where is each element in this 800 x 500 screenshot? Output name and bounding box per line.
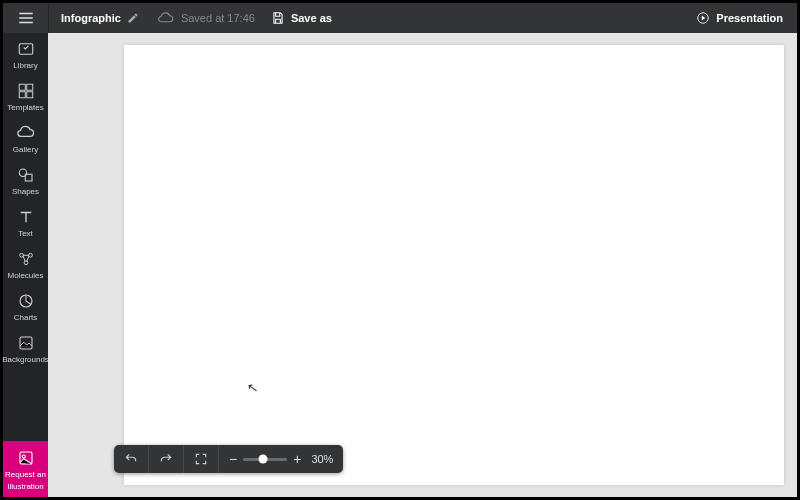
save-status: Saved at 17:46: [157, 11, 255, 25]
hamburger-icon: [17, 9, 35, 27]
templates-icon: [16, 82, 36, 100]
zoom-out-button[interactable]: −: [229, 451, 237, 467]
sidebar-item-label: Library: [13, 61, 37, 70]
molecules-icon: [16, 250, 36, 268]
redo-icon: [159, 452, 173, 466]
save-as-button[interactable]: Save as: [271, 11, 332, 25]
cursor-icon: ↖: [246, 379, 259, 396]
zoom-slider-handle[interactable]: [259, 455, 268, 464]
presentation-button[interactable]: Presentation: [696, 11, 783, 25]
redo-button[interactable]: [149, 445, 184, 473]
play-icon: [696, 11, 710, 25]
sidebar: Library Templates Gallery Shapes Text Mo…: [3, 33, 48, 497]
request-icon: [16, 449, 36, 467]
menu-button[interactable]: [3, 3, 49, 33]
library-icon: [16, 40, 36, 58]
svg-rect-2: [19, 84, 25, 90]
undo-button[interactable]: [114, 445, 149, 473]
cloud-icon: [157, 11, 175, 25]
workspace[interactable]: ↖ − + 30%: [48, 33, 797, 497]
undo-icon: [124, 452, 138, 466]
sidebar-item-library[interactable]: Library: [3, 33, 48, 75]
sidebar-item-label: Molecules: [7, 271, 43, 280]
save-as-label: Save as: [291, 12, 332, 24]
document-type[interactable]: Infographic: [61, 12, 139, 24]
pencil-icon: [127, 12, 139, 24]
fullscreen-icon: [194, 452, 208, 466]
charts-icon: [16, 292, 36, 310]
request-illustration-button[interactable]: Request an Illustration: [3, 441, 48, 497]
sidebar-item-label: Gallery: [13, 145, 38, 154]
gallery-icon: [16, 124, 36, 142]
sidebar-item-molecules[interactable]: Molecules: [3, 243, 48, 285]
sidebar-item-label: Templates: [7, 103, 43, 112]
zoom-control: − + 30%: [219, 445, 343, 473]
save-icon: [271, 11, 285, 25]
sidebar-item-charts[interactable]: Charts: [3, 285, 48, 327]
sidebar-item-label: Text: [18, 229, 33, 238]
sidebar-item-label: Shapes: [12, 187, 39, 196]
shapes-icon: [16, 166, 36, 184]
sidebar-item-templates[interactable]: Templates: [3, 75, 48, 117]
request-label-1: Request an: [5, 470, 46, 479]
fit-screen-button[interactable]: [184, 445, 219, 473]
presentation-label: Presentation: [716, 12, 783, 24]
svg-point-14: [22, 455, 25, 458]
svg-rect-4: [19, 92, 25, 98]
zoom-slider[interactable]: [243, 458, 287, 461]
sidebar-item-shapes[interactable]: Shapes: [3, 159, 48, 201]
document-type-label: Infographic: [61, 12, 121, 24]
zoom-in-button[interactable]: +: [293, 451, 301, 467]
sidebar-item-label: Charts: [14, 313, 38, 322]
svg-rect-3: [26, 84, 32, 90]
svg-rect-5: [26, 92, 32, 98]
top-bar: Infographic Saved at 17:46 Save as Prese…: [3, 3, 797, 33]
svg-rect-12: [20, 337, 32, 349]
save-status-text: Saved at 17:46: [181, 12, 255, 24]
sidebar-item-gallery[interactable]: Gallery: [3, 117, 48, 159]
request-label-2: Illustration: [7, 482, 43, 491]
text-icon: [16, 208, 36, 226]
backgrounds-icon: [16, 334, 36, 352]
svg-point-10: [24, 261, 28, 265]
sidebar-item-backgrounds[interactable]: Backgrounds: [3, 327, 48, 369]
bottom-toolbar: − + 30%: [114, 445, 343, 473]
sidebar-item-label: Backgrounds: [2, 355, 49, 364]
sidebar-item-text[interactable]: Text: [3, 201, 48, 243]
zoom-percent: 30%: [311, 453, 333, 465]
canvas[interactable]: [124, 45, 784, 485]
